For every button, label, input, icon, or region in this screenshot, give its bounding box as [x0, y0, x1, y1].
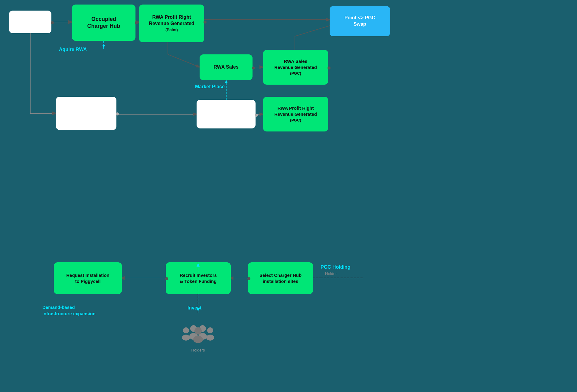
middle-left-node [56, 97, 116, 130]
request-installation-label: Request Installation to Piggycell [66, 272, 109, 284]
acquire-rwa-label: Aquire RWA [59, 47, 87, 52]
rwa-sales-label: RWA Sales [214, 64, 239, 70]
middle-center-dot [255, 114, 258, 117]
occupied-charger-hub-label: Occupied Charger Hub [87, 16, 120, 30]
start-node-top [9, 11, 51, 33]
diagram-container: Occupied Charger Hub RWA Profit Right Re… [0, 0, 577, 392]
middle-left-dot [116, 112, 119, 115]
recruit-investors-left-dot [165, 277, 168, 280]
pgc-holding-label: PGC Holding [321, 264, 350, 270]
market-place-label: Market Place [195, 84, 225, 89]
holders-svg [180, 322, 216, 346]
rwa-sales-node: RWA Sales [200, 54, 253, 80]
recruit-investors-label: Recruit Investors & Token Funding [180, 272, 217, 284]
select-charger-dot [247, 277, 250, 280]
svg-marker-22 [225, 80, 228, 83]
invest-label: Invest [187, 305, 201, 311]
rwa-profit-point-node: RWA Profit Right Revenue Generated (Poin… [139, 5, 204, 42]
point-pgc-swap-label: Point <> PGC Swap [344, 15, 375, 28]
svg-point-29 [182, 335, 190, 341]
rwa-sales-revenue-label: RWA Sales Revenue Generated [274, 58, 317, 70]
select-charger-label: Select Charger Hub installation sites [259, 272, 302, 284]
demand-based-label: Demand-based infrastructure expansion [42, 298, 96, 317]
rwa-profit-pgc-sublabel: (PGC) [290, 118, 301, 123]
rwa-sales-dot [252, 66, 255, 70]
svg-point-34 [207, 327, 213, 333]
holders-label: Holders [174, 348, 222, 352]
start-node-dot [51, 21, 54, 24]
middle-center-node [197, 100, 256, 128]
rwa-profit-pgc-node: RWA Profit Right Revenue Generated (PGC) [263, 97, 328, 131]
rwa-profit-point-sublabel: (Point) [165, 28, 178, 33]
occupied-charger-dot [135, 21, 138, 24]
request-installation-node: Request Installation to Piggycell [54, 262, 122, 294]
recruit-investors-node: Recruit Investors & Token Funding [166, 262, 231, 294]
occupied-charger-hub-node: Occupied Charger Hub [72, 5, 135, 41]
svg-marker-24 [102, 45, 105, 48]
rwa-sales-revenue-node: RWA Sales Revenue Generated (PGC) [263, 50, 328, 85]
rwa-sales-revenue-sublabel: (PGC) [290, 71, 301, 76]
svg-line-4 [168, 54, 200, 67]
rwa-profit-point-dot [204, 21, 207, 24]
point-pgc-swap-node: Point <> PGC Swap [330, 6, 390, 36]
holder-sublabel: Holder [325, 271, 337, 276]
rwa-sales-revenue-dot [328, 66, 331, 70]
svg-point-36 [194, 327, 202, 335]
svg-point-37 [193, 336, 203, 343]
rwa-profit-point-label: RWA Profit Right Revenue Generated [149, 14, 194, 27]
rwa-profit-pgc-label: RWA Profit Right Revenue Generated [274, 105, 317, 117]
svg-point-28 [183, 327, 189, 333]
svg-point-35 [206, 335, 214, 341]
select-charger-node: Select Charger Hub installation sites [248, 262, 313, 294]
holders-icon: Holders [174, 322, 222, 352]
